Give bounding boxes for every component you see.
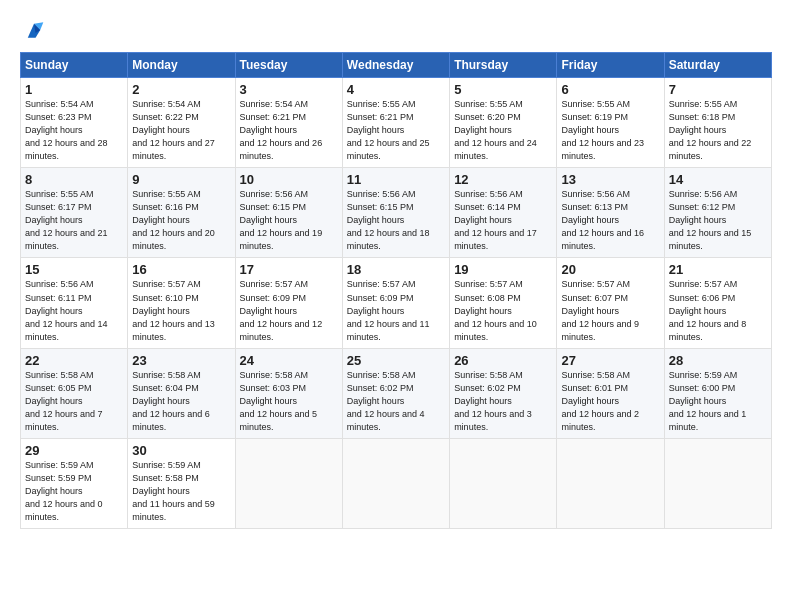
day-number: 30 (132, 443, 230, 458)
day-cell: 21 Sunrise: 5:57 AM Sunset: 6:06 PM Dayl… (664, 258, 771, 348)
day-number: 13 (561, 172, 659, 187)
day-number: 2 (132, 82, 230, 97)
day-cell: 7 Sunrise: 5:55 AM Sunset: 6:18 PM Dayli… (664, 78, 771, 168)
day-header-tuesday: Tuesday (235, 53, 342, 78)
day-info: Sunrise: 5:54 AM Sunset: 6:21 PM Dayligh… (240, 98, 338, 163)
day-info: Sunrise: 5:57 AM Sunset: 6:06 PM Dayligh… (669, 278, 767, 343)
day-cell: 28 Sunrise: 5:59 AM Sunset: 6:00 PM Dayl… (664, 348, 771, 438)
day-cell (557, 438, 664, 528)
day-header-saturday: Saturday (664, 53, 771, 78)
day-info: Sunrise: 5:58 AM Sunset: 6:03 PM Dayligh… (240, 369, 338, 434)
day-number: 8 (25, 172, 123, 187)
day-info: Sunrise: 5:55 AM Sunset: 6:19 PM Dayligh… (561, 98, 659, 163)
day-number: 1 (25, 82, 123, 97)
day-number: 18 (347, 262, 445, 277)
day-number: 23 (132, 353, 230, 368)
logo (20, 16, 52, 44)
day-cell: 9 Sunrise: 5:55 AM Sunset: 6:16 PM Dayli… (128, 168, 235, 258)
day-cell: 19 Sunrise: 5:57 AM Sunset: 6:08 PM Dayl… (450, 258, 557, 348)
day-cell: 4 Sunrise: 5:55 AM Sunset: 6:21 PM Dayli… (342, 78, 449, 168)
day-header-wednesday: Wednesday (342, 53, 449, 78)
week-row-5: 29 Sunrise: 5:59 AM Sunset: 5:59 PM Dayl… (21, 438, 772, 528)
day-info: Sunrise: 5:55 AM Sunset: 6:16 PM Dayligh… (132, 188, 230, 253)
day-number: 10 (240, 172, 338, 187)
day-header-monday: Monday (128, 53, 235, 78)
page: SundayMondayTuesdayWednesdayThursdayFrid… (0, 0, 792, 612)
calendar-header-row: SundayMondayTuesdayWednesdayThursdayFrid… (21, 53, 772, 78)
day-cell: 14 Sunrise: 5:56 AM Sunset: 6:12 PM Dayl… (664, 168, 771, 258)
day-info: Sunrise: 5:58 AM Sunset: 6:02 PM Dayligh… (347, 369, 445, 434)
day-cell: 16 Sunrise: 5:57 AM Sunset: 6:10 PM Dayl… (128, 258, 235, 348)
week-row-2: 8 Sunrise: 5:55 AM Sunset: 6:17 PM Dayli… (21, 168, 772, 258)
day-header-sunday: Sunday (21, 53, 128, 78)
day-number: 6 (561, 82, 659, 97)
day-cell: 11 Sunrise: 5:56 AM Sunset: 6:15 PM Dayl… (342, 168, 449, 258)
day-number: 12 (454, 172, 552, 187)
day-cell: 25 Sunrise: 5:58 AM Sunset: 6:02 PM Dayl… (342, 348, 449, 438)
week-row-4: 22 Sunrise: 5:58 AM Sunset: 6:05 PM Dayl… (21, 348, 772, 438)
day-info: Sunrise: 5:58 AM Sunset: 6:04 PM Dayligh… (132, 369, 230, 434)
week-row-3: 15 Sunrise: 5:56 AM Sunset: 6:11 PM Dayl… (21, 258, 772, 348)
day-cell (342, 438, 449, 528)
day-cell: 10 Sunrise: 5:56 AM Sunset: 6:15 PM Dayl… (235, 168, 342, 258)
week-row-1: 1 Sunrise: 5:54 AM Sunset: 6:23 PM Dayli… (21, 78, 772, 168)
day-info: Sunrise: 5:55 AM Sunset: 6:17 PM Dayligh… (25, 188, 123, 253)
day-info: Sunrise: 5:57 AM Sunset: 6:09 PM Dayligh… (240, 278, 338, 343)
day-number: 28 (669, 353, 767, 368)
day-info: Sunrise: 5:58 AM Sunset: 6:05 PM Dayligh… (25, 369, 123, 434)
day-cell: 13 Sunrise: 5:56 AM Sunset: 6:13 PM Dayl… (557, 168, 664, 258)
day-number: 27 (561, 353, 659, 368)
day-number: 20 (561, 262, 659, 277)
day-number: 16 (132, 262, 230, 277)
day-number: 4 (347, 82, 445, 97)
day-cell: 17 Sunrise: 5:57 AM Sunset: 6:09 PM Dayl… (235, 258, 342, 348)
day-info: Sunrise: 5:59 AM Sunset: 5:58 PM Dayligh… (132, 459, 230, 524)
day-info: Sunrise: 5:55 AM Sunset: 6:21 PM Dayligh… (347, 98, 445, 163)
day-cell: 3 Sunrise: 5:54 AM Sunset: 6:21 PM Dayli… (235, 78, 342, 168)
day-cell: 18 Sunrise: 5:57 AM Sunset: 6:09 PM Dayl… (342, 258, 449, 348)
day-number: 24 (240, 353, 338, 368)
day-number: 21 (669, 262, 767, 277)
day-cell: 30 Sunrise: 5:59 AM Sunset: 5:58 PM Dayl… (128, 438, 235, 528)
calendar-table: SundayMondayTuesdayWednesdayThursdayFrid… (20, 52, 772, 529)
day-number: 25 (347, 353, 445, 368)
day-header-friday: Friday (557, 53, 664, 78)
day-number: 22 (25, 353, 123, 368)
day-number: 19 (454, 262, 552, 277)
day-info: Sunrise: 5:57 AM Sunset: 6:08 PM Dayligh… (454, 278, 552, 343)
day-cell: 27 Sunrise: 5:58 AM Sunset: 6:01 PM Dayl… (557, 348, 664, 438)
day-number: 11 (347, 172, 445, 187)
day-cell: 24 Sunrise: 5:58 AM Sunset: 6:03 PM Dayl… (235, 348, 342, 438)
day-number: 7 (669, 82, 767, 97)
day-info: Sunrise: 5:56 AM Sunset: 6:15 PM Dayligh… (240, 188, 338, 253)
day-info: Sunrise: 5:56 AM Sunset: 6:11 PM Dayligh… (25, 278, 123, 343)
day-cell: 1 Sunrise: 5:54 AM Sunset: 6:23 PM Dayli… (21, 78, 128, 168)
day-number: 3 (240, 82, 338, 97)
day-info: Sunrise: 5:58 AM Sunset: 6:02 PM Dayligh… (454, 369, 552, 434)
day-number: 29 (25, 443, 123, 458)
day-cell (664, 438, 771, 528)
day-number: 5 (454, 82, 552, 97)
day-info: Sunrise: 5:59 AM Sunset: 6:00 PM Dayligh… (669, 369, 767, 434)
day-cell: 23 Sunrise: 5:58 AM Sunset: 6:04 PM Dayl… (128, 348, 235, 438)
day-cell (235, 438, 342, 528)
day-cell: 6 Sunrise: 5:55 AM Sunset: 6:19 PM Dayli… (557, 78, 664, 168)
day-info: Sunrise: 5:58 AM Sunset: 6:01 PM Dayligh… (561, 369, 659, 434)
day-cell: 26 Sunrise: 5:58 AM Sunset: 6:02 PM Dayl… (450, 348, 557, 438)
day-cell: 22 Sunrise: 5:58 AM Sunset: 6:05 PM Dayl… (21, 348, 128, 438)
day-cell: 12 Sunrise: 5:56 AM Sunset: 6:14 PM Dayl… (450, 168, 557, 258)
day-number: 15 (25, 262, 123, 277)
day-info: Sunrise: 5:57 AM Sunset: 6:07 PM Dayligh… (561, 278, 659, 343)
header (20, 16, 772, 44)
day-number: 17 (240, 262, 338, 277)
day-cell: 29 Sunrise: 5:59 AM Sunset: 5:59 PM Dayl… (21, 438, 128, 528)
day-cell: 5 Sunrise: 5:55 AM Sunset: 6:20 PM Dayli… (450, 78, 557, 168)
day-cell: 2 Sunrise: 5:54 AM Sunset: 6:22 PM Dayli… (128, 78, 235, 168)
day-info: Sunrise: 5:55 AM Sunset: 6:20 PM Dayligh… (454, 98, 552, 163)
day-info: Sunrise: 5:57 AM Sunset: 6:09 PM Dayligh… (347, 278, 445, 343)
day-info: Sunrise: 5:56 AM Sunset: 6:12 PM Dayligh… (669, 188, 767, 253)
day-number: 9 (132, 172, 230, 187)
day-info: Sunrise: 5:54 AM Sunset: 6:22 PM Dayligh… (132, 98, 230, 163)
day-info: Sunrise: 5:57 AM Sunset: 6:10 PM Dayligh… (132, 278, 230, 343)
day-info: Sunrise: 5:59 AM Sunset: 5:59 PM Dayligh… (25, 459, 123, 524)
